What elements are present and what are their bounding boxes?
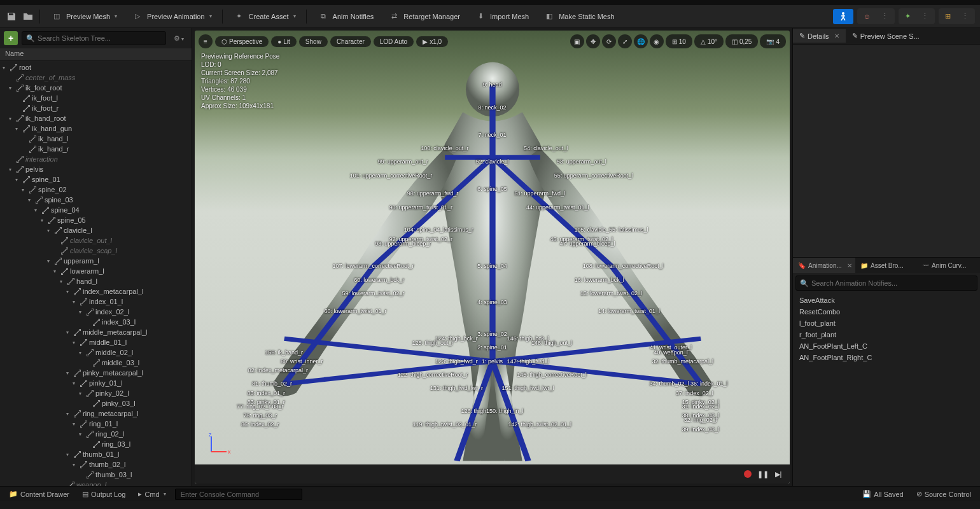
console-input[interactable]: Enter Console Command [175,489,302,500]
tree-search-input[interactable] [38,34,162,42]
bone-middle_02_l[interactable]: ▾middle_02_l [0,347,192,358]
tab-anim-curves[interactable]: 〰 Anim Curv... [918,258,980,273]
step-button[interactable]: ▶| [773,469,783,479]
select-tool[interactable]: ▣ [570,34,584,48]
preview-animation-button[interactable]: ▷Preview Animation▾ [126,8,217,25]
notify-AN_FootPlant_Right_C[interactable]: AN_FootPlant_Right_C [793,352,980,363]
bone-ring_01_l[interactable]: ▾ring_01_l [0,419,192,429]
bone-interaction[interactable]: interaction [0,154,192,164]
angle-snap[interactable]: △ 10° [694,34,724,48]
bone-hand_l[interactable]: ▾hand_l [0,276,192,286]
browse-icon[interactable] [22,10,34,23]
bone-ik_hand_l[interactable]: ik_hand_l [0,134,192,144]
pause-button[interactable]: ❚❚ [758,469,768,479]
bone-index_01_l[interactable]: ▾index_01_l [0,296,192,307]
output-log-button[interactable]: ▤ Output Log [78,489,129,499]
rotate-tool[interactable]: ⟳ [602,34,616,48]
perspective-button[interactable]: ⬡ Perspective [215,36,269,47]
world-local-toggle[interactable]: 🌐 [634,34,648,48]
notify-SaveAttack[interactable]: SaveAttack [793,295,980,306]
bone-pinky_metacarpal_l[interactable]: ▾pinky_metacarpal_l [0,368,192,378]
lod-button[interactable]: LOD Auto [374,36,414,47]
tab-preview-scene[interactable]: ✎ Preview Scene S... [846,29,926,43]
bone-spine_02[interactable]: ▾spine_02 [0,185,192,195]
bone-middle_metacarpal_l[interactable]: ▾middle_metacarpal_l [0,327,192,337]
bone-upperarm_l[interactable]: ▾upperarm_l [0,256,192,266]
close-icon[interactable]: ✕ [834,32,839,39]
viewport-menu-button[interactable]: ≡ [199,34,213,48]
tab-asset-browser[interactable]: 📁 Asset Bro... [855,258,918,273]
tab-details[interactable]: ✎ Details✕ [793,29,846,43]
scale-snap[interactable]: ◫ 0,25 [725,34,758,48]
bone-ik_hand_gun[interactable]: ▾ik_hand_gun [0,123,192,134]
retarget-button[interactable]: ⇄Retarget Manager [382,8,465,25]
bone-pinky_02_l[interactable]: ▾pinky_02_l [0,388,192,398]
cmd-button[interactable]: ▸ Cmd ▾ [134,489,169,499]
all-saved-status[interactable]: 💾 All Saved [858,489,907,499]
bone-spine_03[interactable]: ▾spine_03 [0,195,192,205]
anim-notifies-button[interactable]: ⧉Anim Notifies [312,8,379,25]
bone-ik_foot_r[interactable]: ik_foot_r [0,103,192,113]
surface-snap[interactable]: ◉ [650,34,664,48]
bone-ring_02_l[interactable]: ▾ring_02_l [0,429,192,439]
bone-spine_05[interactable]: ▾spine_05 [0,215,192,225]
tab-animation-notifies[interactable]: 🔖 Animation... ✕ [793,258,855,273]
viewport[interactable]: ≡ ⬡ Perspective ● Lit Show Character LOD… [195,31,790,484]
bone-index_02_l[interactable]: ▾index_02_l [0,307,192,317]
source-control-button[interactable]: ⊘ Source Control [913,489,975,499]
bone-ik_hand_root[interactable]: ▾ik_hand_root [0,113,192,123]
skeleton-mode-button[interactable] [833,9,853,24]
physics-mode-button[interactable]: ⊞ [940,10,956,23]
bone-clavicle_l[interactable]: ▾clavicle_l [0,225,192,235]
character-button[interactable]: Character [330,36,371,47]
bone-tree[interactable]: ▾rootcenter_of_mass▾ik_foot_rootik_foot_… [0,61,192,486]
playback-speed[interactable]: ▶ x1,0 [416,36,448,47]
bone-pelvis[interactable]: ▾pelvis [0,164,192,174]
mode-more-3[interactable]: ⋮ [956,10,974,23]
bone-ik_foot_l[interactable]: ik_foot_l [0,93,192,103]
bone-ik_hand_r[interactable]: ik_hand_r [0,144,192,154]
bone-ik_foot_root[interactable]: ▾ik_foot_root [0,83,192,93]
tree-settings-button[interactable]: ⚙▾ [170,34,188,43]
bone-lowerarm_l[interactable]: ▾lowerarm_l [0,266,192,276]
add-bone-button[interactable]: + [4,31,18,45]
bone-clavicle_out_l[interactable]: clavicle_out_l [0,235,192,246]
notify-r_foot_plant[interactable]: r_foot_plant [793,329,980,340]
mode-more-2[interactable]: ⋮ [916,10,934,23]
notify-list[interactable]: SaveAttackResetCombol_foot_plantr_foot_p… [793,293,980,486]
make-static-button[interactable]: ◧Make Static Mesh [538,8,619,25]
anim-mode-button[interactable]: ✦ [900,10,916,23]
bone-thumb_03_l[interactable]: thumb_03_l [0,470,192,480]
notify-ResetCombo[interactable]: ResetCombo [793,306,980,317]
bone-weapon_l[interactable]: weapon_l [0,480,192,486]
bone-thumb_02_l[interactable]: ▾thumb_02_l [0,459,192,470]
save-icon[interactable] [5,10,18,23]
translate-tool[interactable]: ✥ [586,34,600,48]
mesh-mode-button[interactable]: ☺ [858,10,876,23]
bone-ring_03_l[interactable]: ring_03_l [0,439,192,449]
bone-spine_01[interactable]: ▾spine_01 [0,174,192,185]
preview-mesh-button[interactable]: ◫Preview Mesh▾ [45,8,122,25]
bone-middle_03_l[interactable]: middle_03_l [0,358,192,368]
notify-search[interactable]: 🔍 [795,275,977,291]
camera-speed[interactable]: 📷 4 [760,34,786,48]
notify-AN_FootPlant_Left_C[interactable]: AN_FootPlant_Left_C [793,340,980,352]
notify-search-input[interactable] [811,279,973,287]
bone-pinky_03_l[interactable]: pinky_03_l [0,398,192,408]
record-button[interactable] [743,469,753,479]
lit-button[interactable]: ● Lit [271,36,297,47]
create-asset-button[interactable]: ✦Create Asset▾ [228,8,301,25]
notify-l_foot_plant[interactable]: l_foot_plant [793,317,980,329]
scale-tool[interactable]: ⤢ [618,34,632,48]
grid-snap[interactable]: ⊞ 10 [666,34,692,48]
bone-index_03_l[interactable]: index_03_l [0,317,192,327]
import-mesh-button[interactable]: ⬇Import Mesh [469,8,534,25]
bone-middle_01_l[interactable]: ▾middle_01_l [0,337,192,347]
tree-search[interactable]: 🔍 [22,31,166,45]
bone-center_of_mass[interactable]: center_of_mass [0,73,192,83]
bone-thumb_01_l[interactable]: ▾thumb_01_l [0,449,192,459]
mode-more-1[interactable]: ⋮ [876,10,893,23]
bone-index_metacarpal_l[interactable]: ▾index_metacarpal_l [0,286,192,296]
show-button[interactable]: Show [299,36,328,47]
bone-clavicle_scap_l[interactable]: clavicle_scap_l [0,246,192,256]
